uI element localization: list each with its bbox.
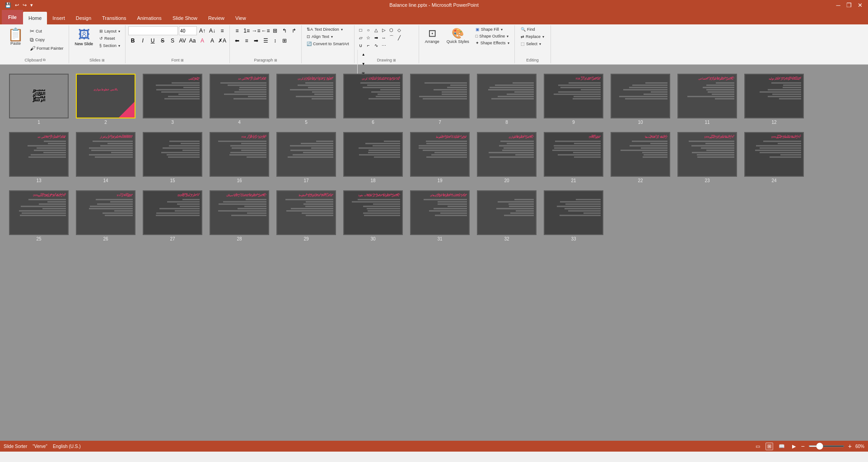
- ltr-btn[interactable]: ↱: [289, 26, 299, 35]
- slide-sorter-view-btn[interactable]: ⊞: [765, 443, 773, 450]
- slide-thumb[interactable]: D رابطه تم گروهی (سپو%A)D رابطه تم گروهی…: [9, 190, 69, 235]
- slide-thumb[interactable]: [477, 74, 537, 118]
- slide-thumb[interactable]: Flexibletox معرفی نرم‌افزارFlexibletox م…: [76, 132, 135, 177]
- char-spacing-btn[interactable]: AV: [178, 36, 187, 45]
- slide-thumb[interactable]: [143, 132, 202, 177]
- slide-thumb[interactable]: [477, 190, 537, 235]
- indent-btn[interactable]: →≡: [252, 26, 261, 35]
- slide-thumb-wrapper[interactable]: سپو%A و b'nسپو%A و b'n26: [76, 190, 135, 241]
- tab-design[interactable]: Design: [70, 12, 97, 24]
- format-painter-button[interactable]: 🖌 Format Painter: [28, 44, 66, 52]
- paragraph-expander[interactable]: ⊞: [274, 58, 277, 62]
- slide-thumb-wrapper[interactable]: بالانس خطوط موازی اجتماعیبالانس خطوط موا…: [677, 74, 737, 125]
- slide-thumb[interactable]: بالانس خطوط موازی: [76, 74, 135, 118]
- clear-format-btn[interactable]: ✗A: [218, 36, 227, 45]
- tab-home[interactable]: Home: [23, 12, 47, 24]
- slide-thumb[interactable]: کارایی نرم افزار F18کارایی نرم افزار F18: [210, 132, 269, 177]
- slide-thumb-wrapper[interactable]: رابطه بی فعالیت‌هارابطه بی فعالیت‌ها22: [611, 132, 670, 183]
- shadow-button[interactable]: S: [168, 36, 177, 45]
- tab-slideshow[interactable]: Slide Show: [167, 12, 203, 24]
- slide-thumb-wrapper[interactable]: 32: [477, 190, 537, 241]
- replace-button[interactable]: ⇄ Replace ▾: [518, 33, 546, 40]
- strikethrough-button[interactable]: S: [158, 36, 167, 45]
- increase-font-btn[interactable]: A↑: [198, 26, 207, 35]
- slide-thumb-wrapper[interactable]: C رابطه مستقل (سپو%A)C رابطه مستقل (سپو%…: [744, 132, 804, 183]
- shape-effects-button[interactable]: ✦ Shape Effects ▾: [473, 40, 512, 46]
- align-center-btn[interactable]: ≡: [242, 36, 251, 45]
- drawing-expander[interactable]: ⊞: [393, 58, 396, 62]
- bullet-list-btn[interactable]: ≡: [233, 26, 242, 35]
- tab-insert[interactable]: Insert: [47, 12, 70, 24]
- shape-more-btn[interactable]: ⋯: [380, 42, 387, 49]
- font-name-input[interactable]: [128, 26, 178, 35]
- minimize-btn[interactable]: ─: [834, 0, 843, 9]
- select-button[interactable]: ⬚ Select ▾: [518, 41, 543, 47]
- slide-thumb[interactable]: C رابطه مستقل (سپو%A)C رابطه مستقل (سپو%…: [744, 132, 804, 177]
- slide-thumb-wrapper[interactable]: # احراز مذل (E(N))# احراز مذل (E(N))27: [143, 190, 202, 241]
- arrange-button[interactable]: ⊡ Arrange: [422, 26, 443, 45]
- para-settings-btn[interactable]: ⊞: [280, 36, 289, 45]
- slide-thumb[interactable]: [410, 74, 470, 118]
- tab-animations[interactable]: Animations: [131, 12, 167, 24]
- slide-thumb-wrapper[interactable]: یک مرجع به سیستم عملیات کردنیک مرجع به س…: [343, 74, 403, 125]
- slide-thumb-wrapper[interactable]: ﷽1: [9, 74, 69, 125]
- slide-thumb[interactable]: تمام مناسبت خطوط موازی‌هایتمام مناسبت خط…: [410, 190, 470, 235]
- slide-thumb-wrapper[interactable]: 15: [143, 132, 202, 183]
- shape-right-arrow-btn[interactable]: ➡: [373, 34, 380, 41]
- zoom-in-btn[interactable]: +: [848, 443, 852, 450]
- slide-thumb-wrapper[interactable]: 33: [544, 190, 603, 241]
- slide-thumb-wrapper[interactable]: تمام مناسبت خطوط موازی‌هایتمام مناسبت خط…: [410, 190, 470, 241]
- shape-elbow-btn[interactable]: ⌐: [365, 42, 372, 49]
- shape-arc-btn[interactable]: ∪: [357, 42, 364, 49]
- decrease-font-btn[interactable]: A↓: [208, 26, 217, 35]
- save-quick-btn[interactable]: 💾: [4, 2, 13, 9]
- align-text-button[interactable]: ⊡ Align Text ▾: [304, 33, 335, 40]
- line-spacing-btn[interactable]: ↕: [271, 36, 280, 45]
- outdent-btn[interactable]: ←≡: [261, 26, 270, 35]
- undo-quick-btn[interactable]: ↩: [14, 2, 20, 9]
- slide-thumb[interactable]: ایستگاه کوکام در حجم تولیدایستگاه کوکام …: [744, 74, 804, 118]
- layout-button[interactable]: ⊞ Layout ▾: [97, 28, 122, 34]
- zoom-out-btn[interactable]: −: [801, 443, 805, 450]
- italic-button[interactable]: I: [138, 36, 147, 45]
- slide-thumb-wrapper[interactable]: مرور عملیات خاص خطوطمرور عملیات خاص خطوط…: [410, 132, 470, 183]
- slide-thumb[interactable]: هدف اصلی از بالانس حدهدف اصلی از بالانس …: [9, 132, 69, 177]
- shape-fill-button[interactable]: ▣ Shape Fill ▾: [473, 26, 512, 33]
- slide-thumb[interactable]: [544, 190, 603, 235]
- shape-freeform-btn[interactable]: ∿: [373, 42, 380, 49]
- slide-thumb-wrapper[interactable]: هدف اصلی از بالانس حدهدف اصلی از بالانس …: [210, 74, 269, 125]
- align-left-btn[interactable]: ⬅: [233, 36, 242, 45]
- slide-thumb[interactable]: سپو (N%)سپو (N%): [544, 132, 603, 177]
- justify-btn[interactable]: ☰: [261, 36, 270, 45]
- shape-curved-btn[interactable]: ⌒: [388, 34, 395, 41]
- bold-button[interactable]: B: [128, 36, 137, 45]
- slide-thumb-wrapper[interactable]: D رابطه تم گروهی (سپو%A)D رابطه تم گروهی…: [9, 190, 69, 241]
- font-size2-btn[interactable]: Aa: [188, 36, 197, 45]
- slide-thumb-wrapper[interactable]: هدف اصلی از بالانس حدهدف اصلی از بالانس …: [9, 132, 69, 183]
- font-color-btn[interactable]: A: [198, 36, 207, 45]
- slide-sorter[interactable]: ﷽1بالانس خطوط موازی2پیش‌بینیپیش‌بینی3هدف…: [0, 65, 868, 441]
- redo-quick-btn[interactable]: ↪: [21, 2, 28, 9]
- slideshow-view-btn[interactable]: ▶: [790, 443, 798, 450]
- convert-smartart-button[interactable]: 🔄 Convert to SmartArt: [304, 41, 351, 47]
- font-expander[interactable]: ⊞: [181, 58, 184, 62]
- slide-thumb[interactable]: اصول و حدود تولید موازی‌کردناصول و حدود …: [276, 74, 336, 118]
- slide-thumb-wrapper[interactable]: بالانس خطوط حاضر بر طبقات نفوذبالانس خطو…: [343, 190, 403, 241]
- tab-transitions[interactable]: Transitions: [97, 12, 131, 24]
- shape-circle-btn[interactable]: ○: [365, 26, 372, 33]
- clipboard-expander[interactable]: ⧉: [43, 58, 46, 62]
- slide-thumb[interactable]: رابطه بی فعالیت‌هارابطه بی فعالیت‌ها: [611, 132, 670, 177]
- slide-thumb-wrapper[interactable]: بالانس خطوط موازیبالانس خطوط موازی20: [477, 132, 537, 183]
- shape-parallelogram-btn[interactable]: ▱: [357, 34, 364, 41]
- slide-thumb[interactable]: تمام (N/T) تمام موازی خطوطتمام (N/T) تما…: [276, 190, 336, 235]
- slides-expander[interactable]: ⊞: [102, 58, 105, 62]
- font-settings-btn[interactable]: ≡: [218, 26, 227, 35]
- tab-review[interactable]: Review: [203, 12, 230, 24]
- slide-thumb-wrapper[interactable]: 10: [611, 74, 670, 125]
- slide-thumb[interactable]: بالانس خطوط حاضر بر طبقات نفوذبالانس خطو…: [343, 190, 403, 235]
- slide-thumb[interactable]: یک مرجع به سیستم عملیات کردنیک مرجع به س…: [343, 74, 403, 118]
- normal-view-btn[interactable]: ▭: [754, 443, 762, 450]
- slide-thumb[interactable]: پیش‌بینیپیش‌بینی: [143, 74, 202, 118]
- shape-arrow-btn[interactable]: ▷: [380, 26, 387, 33]
- slide-thumb-wrapper[interactable]: بالانس خطوط موازی2: [76, 74, 135, 125]
